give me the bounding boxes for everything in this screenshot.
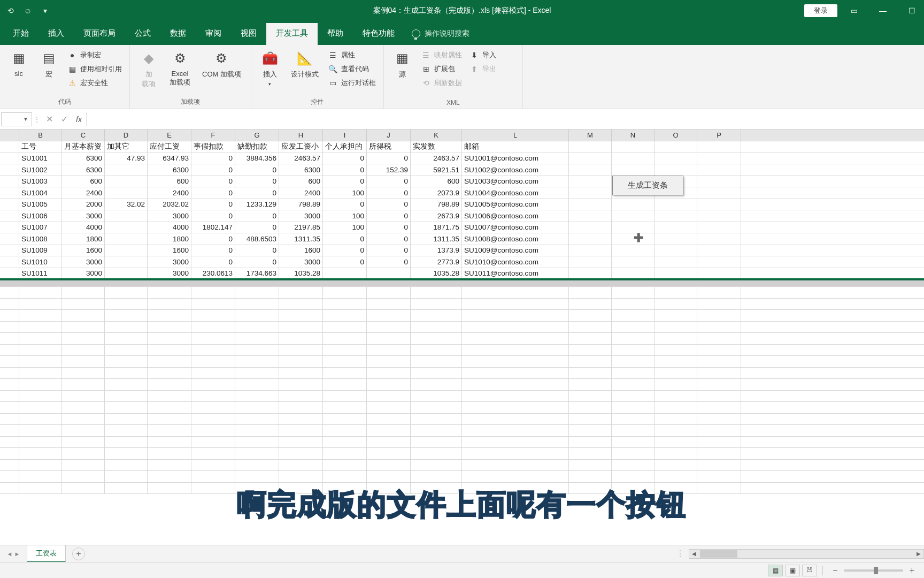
import-button[interactable]: ⬇导入	[467, 49, 498, 61]
sheet-nav[interactable]: ◄ ►	[0, 551, 27, 557]
table-row[interactable]	[0, 460, 924, 471]
scroll-right-icon[interactable]: ▶	[914, 551, 923, 557]
table-row[interactable]	[0, 379, 924, 391]
refresh-button[interactable]: ⟲刷新数据	[419, 77, 464, 89]
export-button[interactable]: ⬆导出	[467, 63, 498, 75]
col-header[interactable]: N	[612, 130, 654, 141]
visual-basic-button[interactable]: ▦ sic	[5, 47, 32, 80]
table-row[interactable]	[0, 402, 924, 414]
design-mode-button[interactable]: 📐设计模式	[287, 47, 323, 81]
tab-data[interactable]: 数据	[160, 23, 196, 45]
maximize-button[interactable]: ☐	[899, 0, 924, 21]
autosave-icon[interactable]: ⟲	[5, 5, 16, 16]
table-header-cell[interactable]: 邮箱	[462, 141, 569, 153]
zoom-in-button[interactable]: +	[905, 566, 919, 575]
tab-pagelayout[interactable]: 页面布局	[74, 23, 125, 45]
fx-label[interactable]: fx	[72, 115, 86, 124]
table-header-cell[interactable]: 工号	[19, 141, 62, 153]
table-row[interactable]	[0, 322, 924, 333]
col-header[interactable]: P	[697, 130, 741, 141]
table-row[interactable]: SU1001 6300 47.93 6347.93 0 3884.356 246…	[0, 153, 924, 165]
ribbon-options-icon[interactable]: ▭	[842, 0, 866, 21]
relative-ref-button[interactable]: ▦使用相对引用	[65, 63, 124, 75]
table-row[interactable]: SU1011 3000 3000 230.0613 1734.663 1035.…	[0, 268, 924, 280]
col-header[interactable]: B	[19, 130, 62, 141]
excel-addins-button[interactable]: ⚙Excel 加载项	[165, 47, 195, 89]
zoom-out-button[interactable]: −	[828, 566, 842, 575]
table-row[interactable]	[0, 425, 924, 437]
tab-insert[interactable]: 插入	[38, 23, 74, 45]
table-row[interactable]: SU1008 1800 1800 0 488.6503 1311.35 0 0 …	[0, 233, 924, 245]
zoom-slider[interactable]	[844, 569, 903, 572]
col-header[interactable]: H	[279, 130, 323, 141]
cells-area[interactable]: 工号月基本薪资加其它应付工资事假扣款缺勤扣款应发工资小个人承担的所得税实发数邮箱…	[0, 141, 924, 494]
enter-formula-button[interactable]: ✓	[57, 114, 72, 124]
smiley-icon[interactable]: ☺	[22, 5, 33, 16]
horizontal-scrollbar[interactable]: ◀ ▶	[689, 549, 924, 559]
table-row[interactable]: SU1006 3000 3000 0 0 3000 100 0 2673.9 S…	[0, 210, 924, 222]
col-header[interactable]: J	[367, 130, 411, 141]
tab-formulas[interactable]: 公式	[125, 23, 160, 45]
select-all-corner[interactable]	[0, 130, 19, 141]
table-row[interactable]: SU1004 2400 2400 0 0 2400 100 0 2073.9 S…	[0, 187, 924, 199]
table-row[interactable]	[0, 287, 924, 299]
spreadsheet-grid[interactable]: B C D E F G H I J K L M N O P 工号月基本薪资加其它…	[0, 130, 924, 536]
row-header[interactable]	[0, 141, 19, 153]
table-row[interactable]: SU1003 600 600 0 0 600 0 0 600 SU1003@co…	[0, 176, 924, 188]
col-header[interactable]: F	[191, 130, 235, 141]
page-break-button[interactable]: 凹	[802, 565, 817, 576]
table-header-cell[interactable]: 加其它	[105, 141, 148, 153]
page-layout-button[interactable]: ▣	[785, 565, 800, 576]
tab-review[interactable]: 审阅	[196, 23, 231, 45]
table-row[interactable]	[0, 437, 924, 448]
login-button[interactable]: 登录	[804, 4, 837, 17]
table-row[interactable]	[0, 391, 924, 402]
tell-me-search[interactable]: 操作说明搜索	[404, 24, 477, 45]
table-row[interactable]	[0, 356, 924, 368]
table-row[interactable]	[0, 471, 924, 483]
tab-home[interactable]: 开始	[3, 23, 38, 45]
run-dialog-button[interactable]: ▭运行对话框	[326, 77, 378, 89]
normal-view-button[interactable]: ▦	[768, 565, 783, 576]
com-addins-button[interactable]: ⚙COM 加载项	[198, 47, 245, 81]
table-row[interactable]	[0, 448, 924, 460]
table-header-cell[interactable]: 事假扣款	[191, 141, 235, 153]
macros-button[interactable]: ▤ 宏	[35, 47, 62, 81]
tab-developer[interactable]: 开发工具	[266, 23, 318, 45]
properties-button[interactable]: ☰属性	[326, 49, 378, 61]
table-row[interactable]: SU1007 4000 4000 1802.147 0 2197.85 100 …	[0, 222, 924, 234]
table-row[interactable]	[0, 333, 924, 345]
cancel-formula-button[interactable]: ✕	[42, 114, 57, 124]
add-sheet-button[interactable]: +	[72, 547, 85, 560]
table-row[interactable]	[0, 345, 924, 356]
col-header[interactable]: D	[105, 130, 148, 141]
table-header-cell[interactable]: 应付工资	[148, 141, 191, 153]
tab-special[interactable]: 特色功能	[353, 23, 404, 45]
macro-security-button[interactable]: ⚠宏安全性	[65, 77, 124, 89]
formula-input[interactable]	[86, 112, 924, 126]
insert-control-button[interactable]: 🧰插入▾	[257, 47, 283, 89]
xml-source-button[interactable]: ▦源	[389, 47, 416, 81]
col-header[interactable]: K	[411, 130, 462, 141]
scroll-left-icon[interactable]: ◀	[689, 551, 699, 557]
minimize-button[interactable]: —	[871, 0, 895, 21]
generate-payslip-button[interactable]: 生成工资条	[612, 176, 683, 195]
table-row[interactable]: SU1009 1600 1600 0 0 1600 0 0 1373.9 SU1…	[0, 245, 924, 257]
addins-button[interactable]: ◆加 载项	[135, 47, 162, 91]
col-header[interactable]: M	[569, 130, 612, 141]
table-row[interactable]	[0, 368, 924, 379]
table-row[interactable]	[0, 299, 924, 310]
tab-view[interactable]: 视图	[231, 23, 266, 45]
qat-dropdown-icon[interactable]: ▾	[40, 5, 50, 16]
table-header-cell[interactable]: 缺勤扣款	[235, 141, 279, 153]
col-header[interactable]: L	[462, 130, 569, 141]
table-row[interactable]	[0, 414, 924, 425]
record-macro-button[interactable]: ●录制宏	[65, 49, 124, 61]
table-row[interactable]: SU1010 3000 3000 0 0 3000 0 0 2773.9 SU1…	[0, 256, 924, 268]
name-box[interactable]: ▼	[1, 112, 32, 126]
table-row[interactable]: SU1002 6300 6300 0 0 6300 0 152.39 5921.…	[0, 164, 924, 176]
col-header[interactable]: I	[323, 130, 367, 141]
table-header-cell[interactable]: 月基本薪资	[62, 141, 105, 153]
view-code-button[interactable]: 🔍查看代码	[326, 63, 378, 75]
col-header[interactable]: C	[62, 130, 105, 141]
